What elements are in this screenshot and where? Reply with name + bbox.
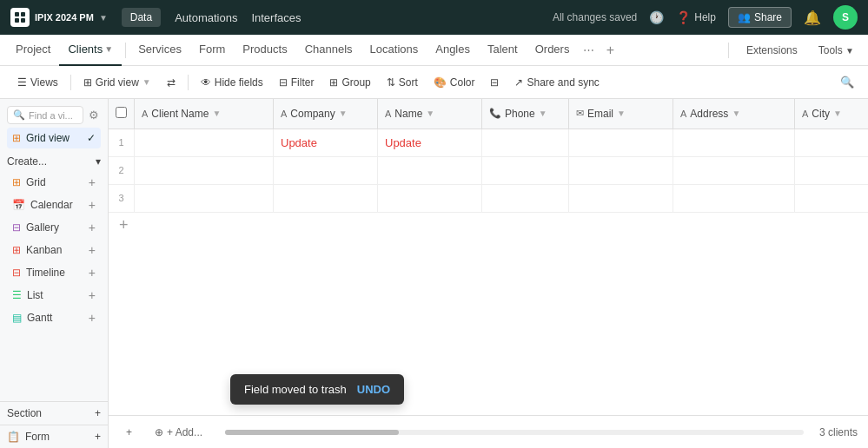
svg-rect-1: [21, 12, 25, 16]
row1-address[interactable]: [673, 128, 795, 156]
sidebar-grid-view-item[interactable]: ⊞ Grid view ✓: [7, 128, 101, 148]
row3-client[interactable]: [135, 184, 274, 212]
row1-company[interactable]: Update: [274, 128, 378, 156]
gallery-icon: ⊟: [12, 221, 21, 234]
tab-services[interactable]: Services: [129, 35, 190, 66]
row3-phone[interactable]: [482, 184, 569, 212]
row-height-button[interactable]: ⊟: [483, 73, 506, 92]
create-section[interactable]: Create... ▾: [0, 148, 108, 171]
create-list[interactable]: ☰ List +: [7, 284, 101, 306]
col-text-icon7: A: [802, 109, 808, 119]
tab-products[interactable]: Products: [234, 35, 295, 66]
tabs-more[interactable]: ⋯: [578, 43, 600, 56]
tab-locations[interactable]: Locations: [361, 35, 427, 66]
app-logo[interactable]: IPIX 2024 PM ▼: [10, 8, 108, 27]
row3-email[interactable]: [569, 184, 673, 212]
col-email[interactable]: ✉ Email ▼: [569, 99, 673, 128]
history-icon[interactable]: 🕐: [649, 10, 664, 24]
tab-clients[interactable]: Clients ▼: [59, 35, 122, 66]
search-button[interactable]: 🔍: [837, 72, 858, 92]
create-grid[interactable]: ⊞ Grid +: [7, 171, 101, 194]
tab-channels[interactable]: Channels: [296, 35, 361, 66]
bell-icon[interactable]: 🔔: [804, 10, 821, 26]
settings-icon[interactable]: ⚙: [87, 107, 101, 123]
sort-button[interactable]: ⇅ Sort: [380, 73, 425, 92]
filter-button[interactable]: ⊟ Filter: [272, 73, 321, 92]
row3-num: 3: [109, 184, 135, 212]
table-row: 1 Update Update: [109, 128, 868, 156]
save-status: All changes saved: [553, 11, 637, 23]
tab-orders[interactable]: Orders: [527, 35, 579, 66]
tab-angles[interactable]: Angles: [427, 35, 479, 66]
view-search[interactable]: 🔍 Find a vi...: [7, 106, 83, 124]
section-item[interactable]: Section +: [0, 401, 108, 425]
add-gantt-icon: +: [89, 311, 96, 325]
row1-name[interactable]: Update: [378, 128, 482, 156]
nav-interfaces[interactable]: Interfaces: [251, 11, 301, 24]
sort-icon: ⇅: [387, 76, 395, 89]
share-sync-button[interactable]: ↗ Share and sync: [507, 73, 606, 92]
toggle-views-button[interactable]: ⇄: [160, 73, 182, 92]
row2-company[interactable]: [274, 156, 378, 184]
nav-automations[interactable]: Automations: [175, 11, 237, 24]
nav-data[interactable]: Data: [122, 8, 161, 27]
add-tab-button[interactable]: +: [600, 40, 620, 61]
toast-message: Field moved to trash: [244, 383, 347, 396]
avatar[interactable]: S: [833, 5, 858, 30]
row3-company[interactable]: [274, 184, 378, 212]
help-button[interactable]: ❓ Help: [676, 10, 716, 24]
add-record-button[interactable]: +: [119, 423, 139, 442]
data-table: A Client Name ▼ A Company ▼: [109, 99, 868, 213]
col-address[interactable]: A Address ▼: [673, 99, 795, 128]
create-kanban[interactable]: ⊞ Kanban +: [7, 239, 101, 261]
tab-project[interactable]: Project: [7, 35, 59, 66]
create-gallery[interactable]: ⊟ Gallery +: [7, 216, 101, 239]
col-company[interactable]: A Company ▼: [274, 99, 378, 128]
color-button[interactable]: 🎨 Color: [427, 73, 482, 92]
add-grid-icon: +: [89, 175, 96, 189]
row1-phone[interactable]: [482, 128, 569, 156]
top-nav: IPIX 2024 PM ▼ Data Automations Interfac…: [0, 0, 868, 35]
col-city[interactable]: A City ▼: [795, 99, 869, 128]
tools-button[interactable]: Tools ▼: [812, 41, 861, 60]
select-all-checkbox[interactable]: [116, 107, 127, 118]
grid-view-button[interactable]: ⊞ Grid view ▼: [76, 73, 158, 92]
extensions-button[interactable]: Extensions: [739, 41, 805, 60]
add-calendar-icon: +: [89, 198, 96, 212]
row1-client[interactable]: [135, 128, 274, 156]
row3-address[interactable]: [673, 184, 795, 212]
col-client-name[interactable]: A Client Name ▼: [135, 99, 274, 128]
checkbox-header[interactable]: [109, 99, 135, 128]
row2-address[interactable]: [673, 156, 795, 184]
views-button[interactable]: ☰ Views: [10, 73, 65, 92]
row2-name[interactable]: [378, 156, 482, 184]
row1-email[interactable]: [569, 128, 673, 156]
add-more-button[interactable]: ⊕ + Add...: [148, 423, 209, 442]
group-button[interactable]: ⊞ Group: [322, 73, 377, 92]
create-timeline[interactable]: ⊟ Timeline +: [7, 261, 101, 284]
col-name[interactable]: A Name ▼: [378, 99, 482, 128]
tab-talent[interactable]: Talent: [479, 35, 527, 66]
grid-table[interactable]: A Client Name ▼ A Company ▼: [109, 99, 868, 415]
undo-button[interactable]: UNDO: [357, 383, 390, 396]
add-row-button[interactable]: +: [109, 213, 868, 239]
add-kanban-icon: +: [89, 243, 96, 257]
row2-email[interactable]: [569, 156, 673, 184]
form-item[interactable]: 📋 Form +: [0, 425, 108, 448]
list-icon: ☰: [12, 289, 22, 301]
col-phone[interactable]: 📞 Phone ▼: [482, 99, 569, 128]
horizontal-scrollbar[interactable]: [225, 430, 804, 435]
hide-fields-button[interactable]: 👁 Hide fields: [194, 73, 270, 92]
row3-city[interactable]: [795, 184, 869, 212]
row2-phone[interactable]: [482, 156, 569, 184]
create-calendar[interactable]: 📅 Calendar +: [7, 194, 101, 216]
main-layout: 🔍 Find a vi... ⚙ ⊞ Grid view ✓ Create...…: [0, 99, 868, 448]
tab-form[interactable]: Form: [190, 35, 234, 66]
row1-city[interactable]: [795, 128, 869, 156]
row2-client[interactable]: [135, 156, 274, 184]
create-gantt[interactable]: ▤ Gantt +: [7, 306, 101, 329]
row3-name[interactable]: [378, 184, 482, 212]
share-button[interactable]: 👥 Share: [728, 7, 792, 28]
row2-city[interactable]: [795, 156, 869, 184]
add-section-icon: +: [95, 407, 101, 419]
